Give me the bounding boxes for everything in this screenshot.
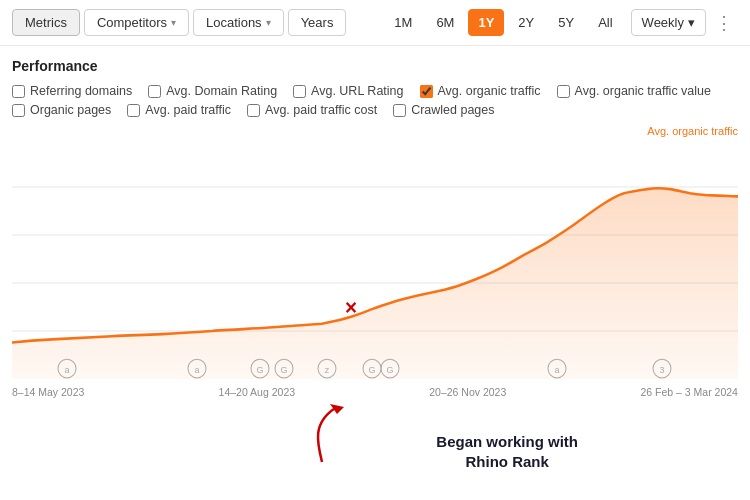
checkbox-rows: Referring domains Avg. Domain Rating Avg… bbox=[12, 84, 738, 117]
svg-text:a: a bbox=[194, 365, 200, 375]
checkbox-input[interactable] bbox=[12, 85, 25, 98]
annotation-arrow bbox=[282, 402, 362, 467]
organic-traffic-chart: ✕ a a G G z G G a 3 bbox=[12, 139, 738, 379]
svg-text:G: G bbox=[280, 365, 287, 375]
checkbox-input[interactable] bbox=[12, 104, 25, 117]
checkbox-row-1: Referring domains Avg. Domain Rating Avg… bbox=[12, 84, 738, 98]
chart-legend-label: Avg. organic traffic bbox=[12, 125, 738, 137]
checkbox-organic-traffic-value[interactable]: Avg. organic traffic value bbox=[557, 84, 711, 98]
checkbox-organic-pages[interactable]: Organic pages bbox=[12, 103, 111, 117]
competitors-button[interactable]: Competitors ▾ bbox=[84, 9, 189, 36]
period-5y-button[interactable]: 5Y bbox=[548, 9, 584, 36]
period-6m-button[interactable]: 6M bbox=[426, 9, 464, 36]
checkbox-input[interactable] bbox=[420, 85, 433, 98]
metrics-button[interactable]: Metrics bbox=[12, 9, 80, 36]
checkbox-domain-rating[interactable]: Avg. Domain Rating bbox=[148, 84, 277, 98]
checkbox-input[interactable] bbox=[393, 104, 406, 117]
svg-text:a: a bbox=[554, 365, 560, 375]
more-options-button[interactable]: ⋮ bbox=[710, 9, 738, 37]
top-navigation: Metrics Competitors ▾ Locations ▾ Years … bbox=[0, 0, 750, 46]
svg-text:a: a bbox=[64, 365, 70, 375]
nav-right-group: 1M 6M 1Y 2Y 5Y All Weekly ▾ ⋮ bbox=[384, 9, 738, 37]
nav-left-group: Metrics Competitors ▾ Locations ▾ Years bbox=[12, 9, 346, 36]
period-1m-button[interactable]: 1M bbox=[384, 9, 422, 36]
checkbox-paid-traffic[interactable]: Avg. paid traffic bbox=[127, 103, 231, 117]
svg-text:G: G bbox=[386, 365, 393, 375]
event-marker-x: ✕ bbox=[344, 299, 357, 317]
svg-text:G: G bbox=[368, 365, 375, 375]
chevron-down-icon: ▾ bbox=[171, 17, 176, 28]
svg-text:z: z bbox=[325, 365, 330, 375]
chart-container: Avg. organic traffic ✕ a a G G bbox=[12, 125, 738, 395]
checkbox-url-rating[interactable]: Avg. URL Rating bbox=[293, 84, 403, 98]
checkbox-crawled-pages[interactable]: Crawled pages bbox=[393, 103, 494, 117]
annotation-text: Began working with Rhino Rank bbox=[436, 432, 578, 471]
checkbox-referring-domains[interactable]: Referring domains bbox=[12, 84, 132, 98]
locations-button[interactable]: Locations ▾ bbox=[193, 9, 284, 36]
period-2y-button[interactable]: 2Y bbox=[508, 9, 544, 36]
checkbox-input[interactable] bbox=[293, 85, 306, 98]
checkbox-input[interactable] bbox=[247, 104, 260, 117]
svg-text:3: 3 bbox=[659, 365, 664, 375]
years-button[interactable]: Years bbox=[288, 9, 347, 36]
annotation-area: Began working with Rhino Rank bbox=[12, 395, 738, 475]
performance-section: Performance Referring domains Avg. Domai… bbox=[0, 46, 750, 117]
checkbox-organic-traffic[interactable]: Avg. organic traffic bbox=[420, 84, 541, 98]
checkbox-row-2: Organic pages Avg. paid traffic Avg. pai… bbox=[12, 103, 738, 117]
period-all-button[interactable]: All bbox=[588, 9, 622, 36]
checkbox-input[interactable] bbox=[148, 85, 161, 98]
checkbox-input[interactable] bbox=[557, 85, 570, 98]
performance-title: Performance bbox=[12, 58, 738, 74]
weekly-dropdown-button[interactable]: Weekly ▾ bbox=[631, 9, 706, 36]
period-1y-button[interactable]: 1Y bbox=[468, 9, 504, 36]
chevron-down-icon: ▾ bbox=[688, 15, 695, 30]
checkbox-paid-traffic-cost[interactable]: Avg. paid traffic cost bbox=[247, 103, 377, 117]
checkbox-input[interactable] bbox=[127, 104, 140, 117]
svg-text:G: G bbox=[256, 365, 263, 375]
chevron-down-icon: ▾ bbox=[266, 17, 271, 28]
